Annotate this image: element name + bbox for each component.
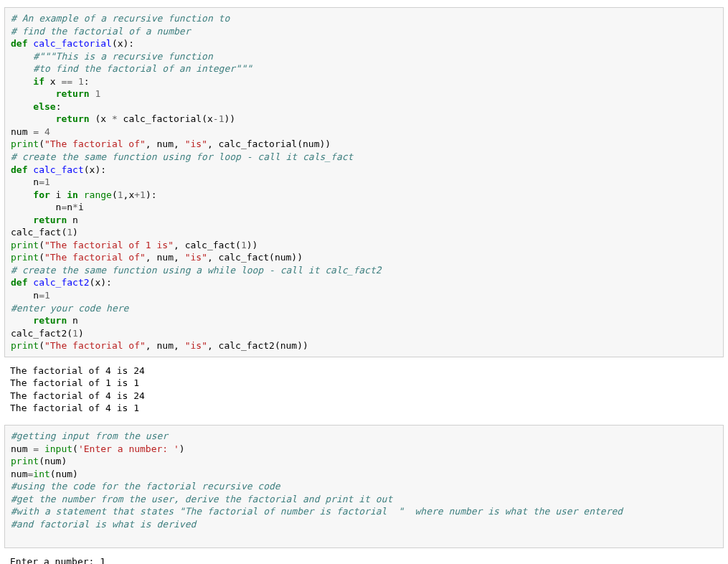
paren: (: [39, 240, 44, 250]
number: 1: [44, 177, 50, 187]
code-text: (x):: [84, 164, 106, 175]
space: [78, 189, 84, 200]
output-line: Enter a number: 1: [10, 556, 105, 564]
operator: *: [112, 113, 118, 124]
output-line: The factorial of 4 is 24: [10, 365, 145, 376]
func-name: calc_fact: [33, 164, 83, 175]
code-text: (num): [39, 456, 67, 466]
builtin-range: range: [84, 189, 112, 200]
code-text: i: [50, 189, 67, 200]
builtin-int: int: [33, 469, 49, 479]
code-text: )): [224, 113, 235, 124]
paren: ): [179, 443, 185, 454]
operator: ==: [61, 76, 72, 87]
operator: +: [134, 189, 140, 200]
output-cell-2: Enter a number: 1 1: [4, 554, 724, 564]
code-text: calc_fact(: [11, 227, 67, 238]
indent: [11, 101, 33, 112]
keyword-return: return: [56, 88, 90, 99]
space: [72, 76, 78, 87]
func-name: calc_fact2: [33, 277, 89, 288]
comment: #and factorial is what is derived: [11, 519, 196, 530]
string: "is": [185, 340, 207, 351]
code-text: n: [11, 202, 61, 212]
func-name: calc_factorial: [33, 38, 112, 49]
output-line: The factorial of 4 is 24: [10, 390, 145, 401]
code-text: x: [44, 76, 61, 87]
keyword-def: def: [11, 164, 27, 175]
keyword-else: else: [33, 101, 55, 112]
code-text: , num,: [146, 138, 185, 149]
number: 1: [67, 227, 72, 238]
comment: #"""This is a recursive function: [11, 51, 213, 62]
builtin-print: print: [11, 340, 39, 351]
operator: =: [33, 126, 39, 137]
comment: # find the factorial of a number: [11, 26, 190, 37]
space: [39, 126, 44, 137]
code-text: , calc_fact(num)): [207, 252, 303, 263]
indent: [11, 215, 33, 225]
var-name: num: [11, 443, 33, 454]
keyword-return: return: [33, 315, 67, 326]
indent: [11, 88, 56, 99]
number: 4: [44, 126, 50, 137]
paren: (: [112, 189, 118, 200]
code-text: calc_factorial(x: [118, 113, 213, 124]
string: 'Enter a number: ': [78, 443, 179, 454]
code-text: calc_fact2(: [11, 328, 72, 339]
comment: #with a statement that states "The facto…: [11, 506, 623, 517]
number: 1: [140, 189, 146, 200]
code-text: :: [84, 76, 90, 87]
paren: (: [39, 340, 44, 351]
code-cell-2[interactable]: #getting input from the user num = input…: [4, 425, 724, 548]
builtin-input: input: [44, 443, 72, 454]
code-text: ):: [146, 189, 157, 200]
string: "The factorial of": [44, 252, 146, 263]
indent: [11, 189, 33, 200]
var-name: num: [11, 469, 27, 479]
indent: [11, 113, 56, 124]
output-line: The factorial of 4 is 1: [10, 403, 139, 413]
builtin-print: print: [11, 252, 39, 263]
code-text: ,x: [123, 189, 135, 200]
paren: (: [39, 252, 44, 263]
string: "The factorial of": [44, 340, 146, 351]
builtin-print: print: [11, 240, 39, 250]
code-text: , calc_fact2(num)): [207, 340, 308, 351]
builtin-print: print: [11, 456, 39, 466]
code-text: (num): [50, 469, 78, 479]
operator: *: [72, 202, 78, 212]
comment: #getting input from the user: [11, 431, 168, 441]
number: 1: [241, 240, 247, 250]
comment: #using the code for the factorial recurs…: [11, 481, 280, 492]
code-text: (x: [90, 113, 112, 124]
comment: #enter your code here: [11, 303, 128, 314]
code-text: i: [78, 202, 84, 212]
number: 1: [44, 290, 50, 301]
comment: # create the same function using a while…: [11, 265, 382, 276]
builtin-print: print: [11, 138, 39, 149]
code-text: ): [78, 328, 84, 339]
paren: (: [39, 138, 44, 149]
code-text: )): [247, 240, 258, 250]
string: "is": [185, 138, 207, 149]
indent: [11, 63, 33, 74]
keyword-return: return: [56, 113, 90, 124]
comment: #to find the factorial of an integer""": [33, 63, 252, 74]
code-text: n: [67, 315, 78, 326]
keyword-in: in: [67, 189, 78, 200]
string: "The factorial of": [44, 138, 146, 149]
string: "is": [185, 252, 207, 263]
indent: [11, 315, 33, 326]
operator: =: [39, 177, 44, 187]
code-cell-1[interactable]: # An example of a recursive function to …: [4, 7, 724, 357]
output-line: The factorial of 1 is 1: [10, 377, 139, 388]
number: 1: [78, 76, 84, 87]
space: [39, 443, 44, 454]
colon: :: [56, 101, 62, 112]
var-name: num: [11, 126, 33, 137]
number: 1: [118, 189, 123, 200]
keyword-def: def: [11, 277, 27, 288]
code-text: n: [11, 177, 39, 187]
number: 1: [95, 88, 100, 99]
